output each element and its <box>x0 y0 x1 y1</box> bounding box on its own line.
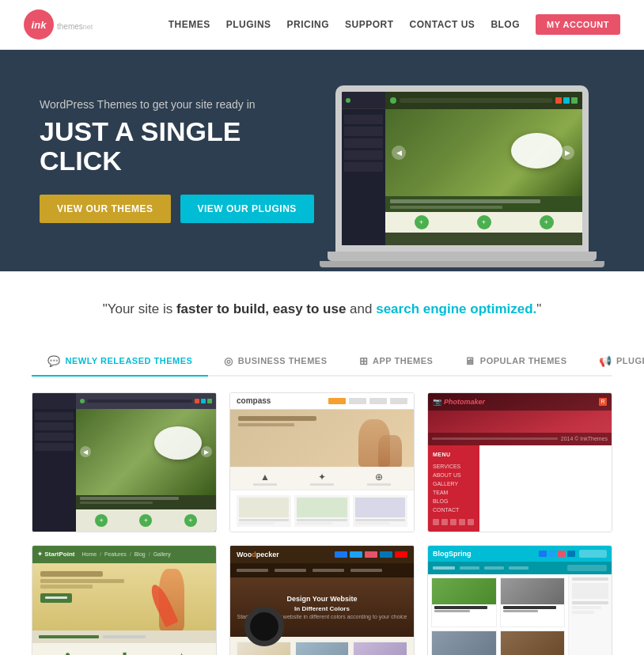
nav-plugins[interactable]: PLUGINS <box>226 19 271 30</box>
logo-icon: ink <box>24 9 54 40</box>
theme-card-startpoint[interactable]: ✦ StartPoint Home / Features / Blog / Ga… <box>32 545 217 656</box>
hero-laptop: ◀ ▶ + + + <box>320 85 604 267</box>
nav-support[interactable]: SUPPORT <box>345 19 394 30</box>
laptop-screen: ◀ ▶ + + + <box>335 85 589 252</box>
theme-card-compass[interactable]: compass ▲ <box>229 392 415 532</box>
theme-preview-woodpecker: Woodpecker Design Your Website In <box>230 546 414 656</box>
view-plugins-button[interactable]: VIEW OUR PLUGINS <box>180 195 314 223</box>
laptop-stand <box>328 252 597 261</box>
theme-preview-blogspring: BlogSpring <box>428 546 612 656</box>
tab-app[interactable]: ⊞ APP THEMES <box>343 347 449 375</box>
site-header: ink themesnet THEMES PLUGINS PRICING SUP… <box>0 0 644 50</box>
theme-card-photomaker[interactable]: 📷 Photomaker R <box>427 392 612 532</box>
theme-preview-compass: compass ▲ <box>230 393 414 532</box>
tab-popular[interactable]: 🖥 POPULAR THEMES <box>449 347 582 375</box>
theme-card-blackwell[interactable]: ◀ ▶ + + + <box>32 392 217 532</box>
tab-business[interactable]: ◎ BUSINESS THEMES <box>208 347 343 375</box>
hero-buttons: VIEW OUR THEMES VIEW OUR PLUGINS <box>40 195 320 223</box>
business-icon: ◎ <box>224 355 233 367</box>
tabs-section: 💬 NEWLY RELEASED THEMES ◎ BUSINESS THEME… <box>0 347 644 377</box>
tab-plugins[interactable]: 📢 PLUGINS <box>583 347 645 375</box>
laptop-mockup: ◀ ▶ + + + <box>320 85 604 267</box>
nav-my-account[interactable]: MY ACCOUNT <box>536 14 620 35</box>
view-themes-button[interactable]: VIEW OUR THEMES <box>40 195 171 223</box>
app-icon: ⊞ <box>359 355 369 367</box>
nav-blog[interactable]: BLOG <box>491 19 520 30</box>
tab-newly-released[interactable]: 💬 NEWLY RELEASED THEMES <box>32 347 208 377</box>
quote-text: "Your site is faster to build, easy to u… <box>63 299 581 320</box>
main-nav: THEMES PLUGINS PRICING SUPPORT CONTACT U… <box>169 14 620 35</box>
theme-preview-startpoint: ✦ StartPoint Home / Features / Blog / Ga… <box>32 546 216 656</box>
plugin-icon: 📢 <box>599 355 612 367</box>
logo[interactable]: ink themesnet <box>24 9 93 40</box>
chat-icon: 💬 <box>47 355 61 367</box>
theme-card-blogspring[interactable]: BlogSpring <box>427 545 612 656</box>
hero-section: WordPress Themes to get your site ready … <box>0 50 644 271</box>
logo-text: themesnet <box>57 17 93 33</box>
nav-contact[interactable]: CONTACT US <box>410 19 475 30</box>
nav-themes[interactable]: THEMES <box>169 19 210 30</box>
quote-section: "Your site is faster to build, easy to u… <box>0 271 644 347</box>
theme-card-woodpecker[interactable]: Woodpecker Design Your Website In <box>229 545 415 656</box>
nav-pricing[interactable]: PRICING <box>287 19 330 30</box>
theme-grid: ◀ ▶ + + + compass <box>0 392 644 656</box>
theme-preview-photomaker: 📷 Photomaker R <box>428 393 612 532</box>
theme-preview-blackwell: ◀ ▶ + + + <box>32 393 216 532</box>
laptop-base <box>320 261 604 267</box>
hero-subtitle: WordPress Themes to get your site ready … <box>40 98 320 111</box>
popular-icon: 🖥 <box>464 355 475 367</box>
hero-headline: JUST A SINGLE CLICK <box>40 117 320 176</box>
hero-content: WordPress Themes to get your site ready … <box>40 98 320 256</box>
tabs-bar: 💬 NEWLY RELEASED THEMES ◎ BUSINESS THEME… <box>32 347 612 377</box>
